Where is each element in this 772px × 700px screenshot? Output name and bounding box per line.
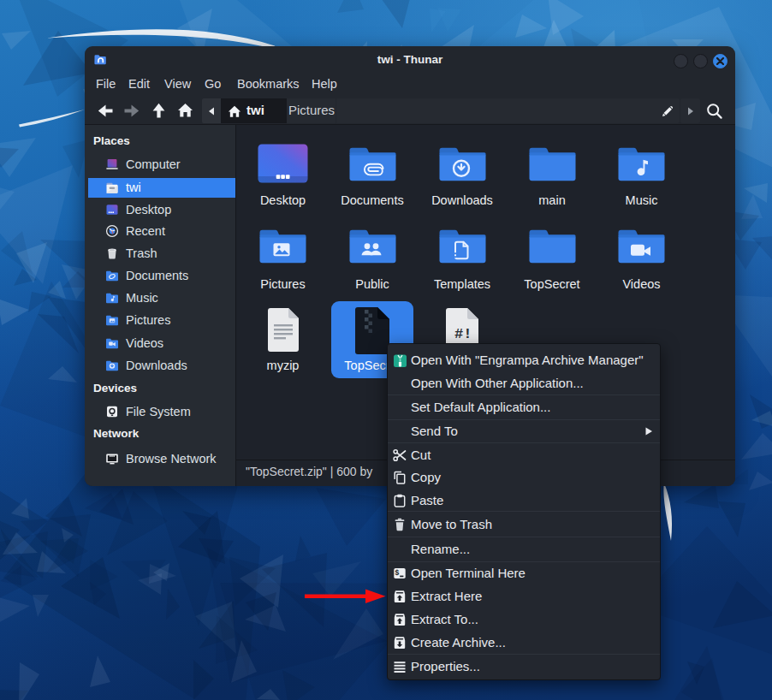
- svg-text:$: $: [395, 569, 400, 578]
- svg-text:#!: #!: [454, 326, 472, 342]
